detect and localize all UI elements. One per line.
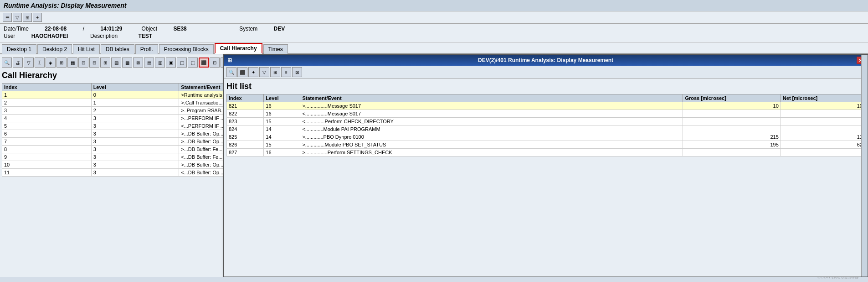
date-value: 22-08-08 [45,26,67,32]
tb-search[interactable]: 🔍 [2,57,12,68]
tb-col1[interactable]: ⊡ [78,57,88,68]
cell-gross [683,125,781,133]
cell-index: 821 [227,102,264,110]
cell-level: 16 [264,110,300,118]
cell-level: 16 [264,149,300,157]
object-label: Object [141,26,157,32]
popup-col-statement: Statement/Event [300,94,683,102]
cell-gross: 195 [683,141,781,149]
cell-index: 825 [227,133,264,141]
cell-index: 8 [2,146,92,153]
tabs-row: Desktop 1 Desktop 2 Hit List DB tables P… [0,42,868,54]
tb-colA[interactable]: ◫ [177,57,187,68]
system-value: DEV [274,26,285,32]
tb-colC[interactable]: ⊡ [210,57,220,68]
cell-statement: >.............PBO Dynpro 0100 [300,133,683,141]
tb-highlighted[interactable]: ⬛ [199,57,209,68]
tab-desktop1[interactable]: Desktop 1 [2,44,36,54]
cell-statement: >..............Module PBO SET_STATUS [300,141,683,149]
cell-gross [683,149,781,157]
tb-col3[interactable]: ⊞ [100,57,110,68]
user-value: HAOCHAOFEI [31,33,68,39]
tb-print[interactable]: 🖨 [13,57,23,68]
info-section: Date/Time 22-08-08 / 14:01:29 Object SE3… [0,24,868,42]
popup-tb-btn6[interactable]: ⊠ [292,67,302,77]
desc-value: TEST [138,33,152,39]
popup-tb-search[interactable]: 🔍 [226,67,236,77]
cell-level: 1 [91,99,179,107]
tab-hitlist[interactable]: Hit List [73,44,100,54]
cell-net [781,118,864,125]
time-value: 14:01:29 [100,26,122,32]
main-area: 🔍 🖨 ▽ Σ ◈ ⊞ ▦ ⊡ ⊟ ⊞ ▨ ▩ ⊠ ▤ ▥ ▣ ◫ ⬚ ⬛ ⊡ … [0,54,868,277]
info-row-1: Date/Time 22-08-08 / 14:01:29 Object SE3… [4,26,864,32]
cell-index: 2 [2,99,92,107]
separator: / [83,26,84,32]
tb-col4[interactable]: ▨ [111,57,121,68]
tab-callhierarchy[interactable]: Call Hierarchy [215,43,262,54]
tb-detail[interactable]: ⊞ [56,57,67,68]
table-row[interactable]: 821 16 >................Message S017 10 … [227,102,865,110]
cell-gross [683,118,781,125]
popup-window-icon: ⊞ [227,57,232,63]
tb-col2[interactable]: ⊟ [89,57,99,68]
cell-index: 9 [2,153,92,161]
popup-col-gross: Gross [microsec] [683,94,781,102]
cell-level: 3 [91,130,179,138]
col-index: Index [2,84,92,91]
col-level: Level [91,84,179,91]
popup-tb-btn5[interactable]: ≡ [281,67,291,77]
popup-tb-btn2[interactable]: ✦ [248,67,258,77]
popup-title: DEV(2)/401 Runtime Analysis: Display Mea… [478,57,613,63]
hit-list-title: Hit list [226,82,865,91]
tab-profl[interactable]: Profl. [135,44,158,54]
cell-net [781,110,864,118]
popup-tb-btn4[interactable]: ⊞ [270,67,280,77]
table-row[interactable]: 826 15 >..............Module PBO SET_STA… [227,141,865,149]
cell-index: 827 [227,149,264,157]
tab-desktop2[interactable]: Desktop 2 [37,44,72,54]
tb-col7[interactable]: ▤ [144,57,154,68]
tab-dbtables[interactable]: DB tables [101,44,134,54]
top-toolbar: ☰ ▽ ⊞ ✦ [0,11,868,24]
cell-index: 822 [227,110,264,118]
cell-level: 3 [91,153,179,161]
filter-btn[interactable]: ▽ [13,13,22,22]
tb-colB[interactable]: ⬚ [188,57,198,68]
cell-index: 6 [2,130,92,138]
tb-col9[interactable]: ▣ [166,57,176,68]
menu-btn[interactable]: ☰ [3,13,12,22]
cell-level: 3 [91,115,179,122]
tb-sum[interactable]: Σ [35,57,45,68]
cell-level: 16 [264,102,300,110]
tb-col5[interactable]: ▩ [122,57,132,68]
table-row[interactable]: 823 15 <..............Perform CHECK_DIRE… [227,118,865,125]
tb-col6[interactable]: ⊠ [133,57,143,68]
table-row[interactable]: 824 14 <.............Module PAI PROGRAMM [227,125,865,133]
tb-col8[interactable]: ▥ [155,57,165,68]
popup-tb-btn3[interactable]: ▽ [259,67,269,77]
table-row[interactable]: 822 16 <................Message S017 [227,110,865,118]
tab-times[interactable]: Times [263,44,288,54]
table-row[interactable]: 827 16 >................Perform SETTINGS… [227,149,865,157]
desc-label: Description [90,33,118,39]
cell-index: 824 [227,125,264,133]
cell-index: 5 [2,122,92,130]
info-row-2: User HAOCHAOFEI Description TEST [4,33,864,39]
object-value: SE38 [173,26,186,32]
settings-btn[interactable]: ✦ [33,13,42,22]
cell-gross [683,110,781,118]
popup-tb-btn1[interactable]: ⬛ [237,67,247,77]
cell-net [781,125,864,133]
cell-net: 10 [781,102,864,110]
table-row[interactable]: 825 14 >.............PBO Dynpro 0100 215… [227,133,865,141]
tb-filter[interactable]: ▽ [24,57,34,68]
popup-titlebar: ⊞ DEV(2)/401 Runtime Analysis: Display M… [224,55,868,66]
tb-expand[interactable]: ▦ [67,57,77,68]
tab-processing[interactable]: Processing Blocks [159,44,214,54]
tb-chart[interactable]: ◈ [46,57,56,68]
cell-index: 823 [227,118,264,125]
cell-index: 1 [2,91,92,99]
layout-btn[interactable]: ⊞ [23,13,32,22]
popup-scrollbar[interactable] [861,55,868,277]
